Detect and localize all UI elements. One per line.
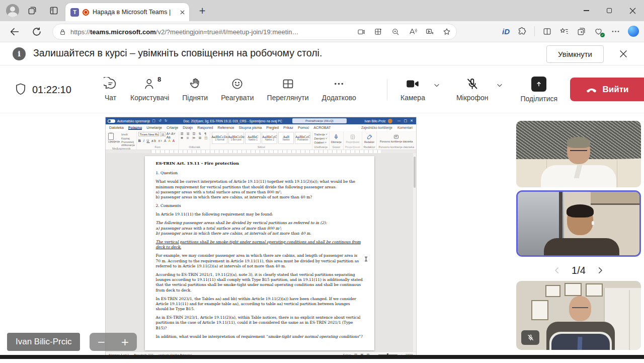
clipboard-command[interactable]: Kopiraj — [121, 137, 135, 140]
editing-command[interactable]: Traženje ˅ — [314, 133, 328, 136]
vertical-tabs-icon[interactable] — [49, 6, 59, 16]
word-vertical-scrollbar[interactable] — [413, 154, 416, 351]
editing-commands[interactable]: Traženje ˅Zamijeni ˅Odaberi ˅ — [314, 133, 328, 144]
word-document-area[interactable]: ES-TRIN Art. 19.11 - Fire protection1. Q… — [106, 154, 413, 351]
paragraph-icons-row2[interactable]: ≣ ≡ ≫ ⊞ ◫ — [181, 136, 209, 140]
shared-screen-word-window[interactable]: Automatsko spremanje ▢ ↺ ↻ Doc. 20(6)am;… — [106, 117, 416, 357]
style-1-normal[interactable]: AaBbCcDc1 Normal — [212, 132, 227, 144]
word-share-button[interactable]: Zajedničko korištenje — [361, 126, 392, 129]
zoom-in-icon[interactable] — [391, 27, 400, 36]
read-aloud-icon[interactable] — [408, 27, 417, 36]
collections-icon[interactable] — [577, 27, 586, 36]
participant-video-tile-3[interactable] — [516, 281, 641, 350]
font-name-select[interactable]: Times New Roma — [138, 132, 159, 136]
raise-hand-button[interactable]: Підняти — [176, 77, 214, 102]
banner-close-icon[interactable] — [618, 48, 629, 59]
dictate-button[interactable]: Diktiranje — [331, 132, 342, 145]
shield-icon[interactable] — [14, 82, 28, 96]
window-minimize-button[interactable] — [575, 0, 598, 21]
refresh-icon[interactable] — [31, 26, 42, 37]
camera-dropdown-chevron[interactable] — [433, 81, 441, 89]
document-page[interactable]: ES-TRIN Art. 19.11 - Fire protection1. Q… — [145, 156, 374, 350]
chat-button[interactable]: Чат — [97, 77, 124, 102]
video-popout-icon[interactable] — [425, 27, 434, 36]
favorites-list-icon[interactable] — [559, 27, 569, 36]
toolbar-separator — [387, 79, 387, 100]
browser-essentials-icon[interactable]: ✓ — [594, 27, 603, 36]
word-tab-acrobat[interactable]: ACROBAT — [313, 125, 331, 130]
participant-video-tile-2-active-speaker[interactable] — [516, 190, 641, 257]
window-close-button[interactable] — [621, 0, 644, 21]
split-screen-icon[interactable] — [542, 27, 552, 36]
word-tab-polazno[interactable]: Polazno — [128, 125, 142, 130]
clipboard-command[interactable]: Izreži — [121, 133, 135, 136]
web-capture-icon[interactable] — [357, 27, 366, 36]
copilot-icon[interactable] — [628, 26, 639, 37]
back-icon[interactable] — [9, 26, 20, 37]
word-tab-raspored[interactable]: Raspored — [197, 125, 213, 130]
clipboard-command[interactable]: Prenositelj oblikovanja — [121, 140, 135, 147]
word-tab-skupna-pisma[interactable]: Skupna pisma — [239, 125, 262, 130]
style-naslov-1[interactable]: AaBbCNaslov 1 — [245, 132, 261, 144]
word-tab-crtanje[interactable]: Crtanje — [167, 125, 178, 130]
browser-profile-icon[interactable] — [6, 4, 19, 17]
word-user-avatar[interactable] — [388, 119, 392, 123]
settings-more-icon[interactable] — [611, 27, 620, 36]
editing-command[interactable]: Odaberi ˅ — [314, 141, 328, 144]
sensitivity-button[interactable]: Povjerljivost — [345, 132, 360, 145]
stage-zoom-in-button[interactable]: + — [121, 337, 129, 347]
word-tab-dizajn[interactable]: Dizajn — [183, 125, 193, 130]
style-naslov-2[interactable]: AaBbCcCNaslov 2 — [262, 132, 277, 144]
apps-grid-icon[interactable] — [374, 27, 383, 36]
pager-next-icon[interactable] — [596, 266, 605, 275]
text-cursor — [366, 257, 366, 261]
clipboard-commands[interactable]: IzrežiKopirajPrenositelj oblikovanja — [121, 133, 135, 147]
style-podnaslov[interactable]: AaBbCcCPodnaslov — [295, 132, 310, 144]
share-button[interactable]: Поділитися — [514, 77, 564, 103]
window-maximize-button[interactable] — [598, 0, 621, 21]
camera-button[interactable]: Камера — [394, 77, 432, 102]
participant-video-tile-1[interactable] — [516, 121, 641, 187]
react-button[interactable]: Реагувати — [214, 77, 260, 102]
editing-command[interactable]: Zamijeni ˅ — [314, 137, 328, 140]
participants-button[interactable]: 8 Користувачі — [124, 77, 176, 102]
browser-tab-active[interactable]: T Нарада в Microsoft Teams | — [65, 3, 189, 21]
font-size-select[interactable]: 11 — [160, 132, 166, 136]
word-tab-pomoć[interactable]: Pomoć — [298, 125, 309, 130]
word-tab-reference[interactable]: Reference — [217, 125, 234, 130]
word-tab-umetanje[interactable]: Umetanje — [146, 125, 162, 130]
autosave-toggle[interactable] — [108, 119, 115, 123]
word-tab-prikaz[interactable]: Prikaz — [283, 125, 293, 130]
extension-icon[interactable] — [517, 27, 527, 36]
word-ruler[interactable] — [106, 150, 416, 154]
stage-zoom-out-button[interactable]: − — [97, 337, 106, 347]
favorite-star-icon[interactable] — [442, 27, 451, 36]
address-bar[interactable]: https://teams.microsoft.com/v2/?meetingj… — [52, 24, 457, 40]
word-window-controls[interactable]: —▢✕ — [397, 119, 414, 123]
word-search-box[interactable]: Pretraživanje (Alt+Q) — [292, 118, 347, 123]
tab-close-icon[interactable] — [180, 10, 185, 15]
style-1-bez-pror-[interactable]: AaBbCcDc1 Bez pror. — [228, 132, 244, 144]
id-extension-icon[interactable]: iD — [502, 27, 510, 36]
tab-group-icon[interactable] — [27, 6, 37, 16]
font-format-row[interactable]: B I U ab x² A A A — [138, 139, 177, 143]
quick-access-toolbar[interactable]: ▢ ↺ ↻ — [152, 119, 168, 123]
pager-prev-icon[interactable] — [552, 266, 561, 275]
word-tab-datoteka[interactable]: Datoteka — [109, 125, 124, 130]
sensitivity-icon — [350, 133, 356, 140]
mic-dropdown-chevron[interactable] — [496, 81, 504, 89]
style-naslov[interactable]: AaBNaslov — [278, 132, 294, 144]
more-button[interactable]: Додатково — [315, 77, 363, 102]
paragraph-icons-row1[interactable]: ☰ ☱ ☲ ⇅ ¶ — [181, 132, 209, 136]
view-button[interactable]: Переглянути — [261, 77, 315, 102]
paste-button[interactable]: Lijepljenje — [108, 132, 120, 143]
editor-button[interactable]: Redaktor — [364, 132, 375, 145]
word-tab-pregled[interactable]: Pregled — [266, 125, 279, 130]
word-comments-button[interactable]: Komentari — [397, 126, 413, 129]
leave-button[interactable]: Вийти — [570, 78, 644, 101]
enable-notifications-button[interactable]: Увімкнути — [546, 45, 604, 63]
new-tab-button[interactable]: + — [197, 6, 207, 16]
reuse-files-button[interactable]: Ponovno korištenje datoteka — [378, 132, 414, 145]
mic-muted-icon — [465, 77, 479, 91]
mic-button[interactable]: Мікрофон — [450, 77, 495, 102]
